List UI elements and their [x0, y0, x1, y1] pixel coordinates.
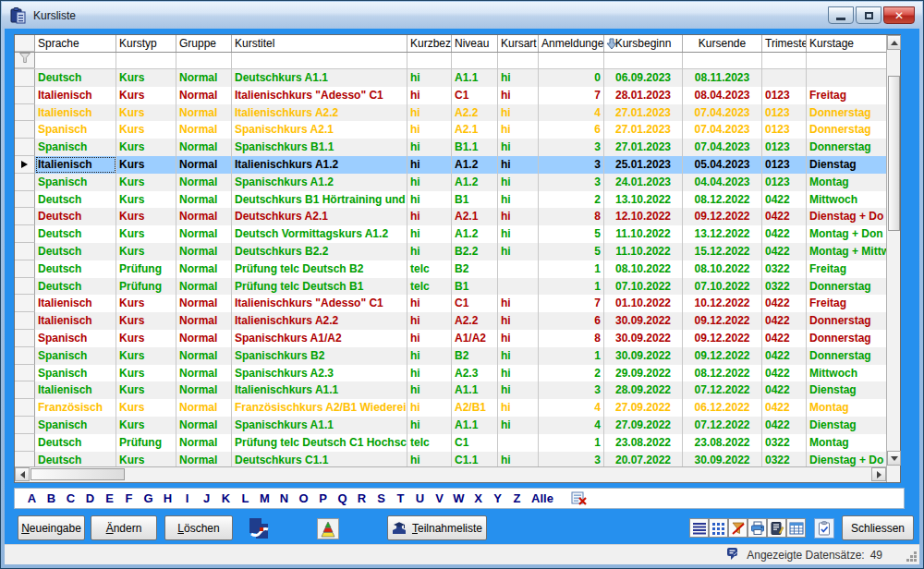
cell-trimester[interactable]: 0123	[762, 104, 807, 122]
scroll-down-button[interactable]	[887, 451, 901, 466]
cell-kurstitel[interactable]: Spanischkurs A2.3	[232, 365, 407, 382]
row-header-cell[interactable]	[15, 87, 35, 104]
table-row[interactable]: DeutschKursNormalDeutschkurs C1.1hiC1.1h…	[15, 452, 886, 467]
report-button[interactable]	[767, 518, 786, 538]
cell-kurstage[interactable]: Dienstag	[807, 417, 886, 434]
list-view-button[interactable]	[689, 518, 709, 538]
cell-kurstyp[interactable]: Kurs	[116, 312, 176, 330]
cell-kursende[interactable]: 06.12.2022	[683, 399, 762, 417]
cell-kursbeginn[interactable]: 12.10.2022	[604, 208, 683, 225]
grid-filter-row[interactable]	[15, 53, 886, 69]
cell-kurstyp[interactable]: Kurs	[116, 174, 176, 191]
cell-kurstitel[interactable]: Prüfung telc Deutsch B1	[232, 278, 407, 296]
cell-kurzbez[interactable]: hi	[407, 417, 452, 434]
cell-anmeldungen[interactable]: 5	[539, 243, 604, 260]
cell-kurzbez[interactable]: hi	[407, 347, 452, 365]
cell-kursart[interactable]: hi	[498, 417, 539, 434]
cell-gruppe[interactable]: Normal	[176, 139, 232, 156]
cell-niveau[interactable]: B2	[452, 260, 498, 278]
table-row[interactable]: SpanischKursNormalSpanischkurs B2hiB2hi1…	[15, 347, 886, 365]
letter-w[interactable]: W	[449, 491, 468, 505]
column-header-kurstyp[interactable]: Kurstyp	[116, 35, 176, 52]
cell-kurstitel[interactable]: Italienischkurs A1.2	[232, 156, 407, 174]
column-header-niveau[interactable]: Niveau	[452, 35, 498, 52]
cell-kursbeginn[interactable]: 11.10.2022	[604, 225, 683, 243]
cell-niveau[interactable]: C1	[452, 295, 498, 312]
cell-kursende[interactable]: 08.11.2023	[683, 69, 762, 87]
cell-kursende[interactable]: 30.09.2022	[683, 452, 762, 467]
cell-kurzbez[interactable]: hi	[407, 381, 452, 399]
cell-trimester[interactable]: 0123	[762, 139, 807, 156]
letter-a[interactable]: A	[22, 491, 42, 505]
cell-kursbeginn[interactable]: 13.10.2022	[604, 191, 683, 209]
letter-y[interactable]: Y	[488, 491, 507, 505]
cell-kursbeginn[interactable]: 30.09.2022	[604, 330, 683, 347]
cell-niveau[interactable]: A2.3	[452, 365, 498, 382]
cell-kursbeginn[interactable]: 08.10.2022	[604, 260, 683, 278]
cell-kurstyp[interactable]: Prüfung	[116, 434, 176, 452]
cell-gruppe[interactable]: Normal	[176, 278, 232, 296]
row-header-cell[interactable]	[15, 104, 35, 122]
cell-kursart[interactable]	[498, 260, 539, 278]
column-header-sprache[interactable]: Sprache	[35, 35, 116, 52]
column-header-anmeldungen[interactable]: Anmeldunge	[539, 35, 604, 52]
cell-kursbeginn[interactable]: 27.01.2023	[604, 121, 683, 139]
titlebar[interactable]: Kursliste ✕	[2, 2, 922, 29]
cell-kurstage[interactable]: Montag	[807, 434, 886, 452]
filter-cell[interactable]	[232, 53, 407, 68]
letter-n[interactable]: N	[274, 491, 294, 505]
cell-kurzbez[interactable]: hi	[407, 191, 452, 209]
cell-kurstitel[interactable]: Französischkurs A2/B1 Wiederei	[232, 399, 407, 417]
cell-kursende[interactable]: 23.08.2022	[683, 434, 762, 452]
cell-kursende[interactable]: 07.04.2023	[683, 121, 762, 139]
cell-gruppe[interactable]: Normal	[176, 399, 232, 417]
cell-kursende[interactable]: 09.12.2022	[683, 208, 762, 225]
cell-kurstyp[interactable]: Kurs	[116, 452, 176, 467]
cell-kursende[interactable]: 10.12.2022	[683, 295, 762, 312]
cell-kursart[interactable]: hi	[498, 365, 539, 382]
cell-anmeldungen[interactable]: 2	[539, 191, 604, 209]
cell-kursende[interactable]: 07.12.2022	[683, 417, 762, 434]
cell-kurstage[interactable]: Mittwoch	[807, 365, 886, 382]
cell-kursende[interactable]: 09.12.2022	[683, 347, 762, 365]
cell-kursende[interactable]: 04.04.2023	[683, 174, 762, 191]
cell-gruppe[interactable]: Normal	[176, 330, 232, 347]
cell-niveau[interactable]: A2.1	[452, 208, 498, 225]
cell-kurzbez[interactable]: hi	[407, 87, 452, 104]
cell-kursende[interactable]: 08.12.2022	[683, 191, 762, 209]
row-header-cell[interactable]	[15, 295, 35, 312]
cell-kurzbez[interactable]: hi	[407, 121, 452, 139]
cell-kurstyp[interactable]: Kurs	[116, 347, 176, 365]
cell-kurzbez[interactable]: hi	[407, 243, 452, 260]
cell-kurstitel[interactable]: Prüfung telc Deutsch C1 Hochsc	[232, 434, 407, 452]
cell-kurstyp[interactable]: Kurs	[116, 121, 176, 139]
cell-kurstage[interactable]: Donnerstag	[807, 121, 886, 139]
cell-kursende[interactable]: 08.04.2023	[683, 87, 762, 104]
cell-kursbeginn[interactable]: 28.09.2022	[604, 381, 683, 399]
row-header-cell[interactable]	[15, 312, 35, 330]
cell-niveau[interactable]: A1/A2	[452, 330, 498, 347]
cell-anmeldungen[interactable]: 6	[539, 121, 604, 139]
cell-kursbeginn[interactable]: 27.09.2022	[604, 399, 683, 417]
cell-kurstitel[interactable]: Deutschkurs A1.1	[232, 69, 407, 87]
letter-b[interactable]: B	[42, 491, 61, 505]
cell-kurstage[interactable]: Mittwoch	[807, 191, 886, 209]
cell-kurstage[interactable]: Dienstag + Do	[807, 208, 886, 225]
table-row[interactable]: DeutschPrüfungNormalPrüfung telc Deutsch…	[15, 278, 886, 296]
filter-cell[interactable]	[762, 53, 807, 68]
cell-kurstage[interactable]: Donnerstag	[807, 312, 886, 330]
cell-kurzbez[interactable]: hi	[407, 69, 452, 87]
scroll-right-button[interactable]	[871, 467, 886, 481]
cell-kurstitel[interactable]: Deutschkurs A2.1	[232, 208, 407, 225]
cell-kurstyp[interactable]: Kurs	[116, 191, 176, 209]
cell-niveau[interactable]: B2.2	[452, 243, 498, 260]
cell-kurstitel[interactable]: Spanischkurs B2	[232, 347, 407, 365]
letter-e[interactable]: E	[100, 491, 119, 505]
cell-kurstitel[interactable]: Italienischkurs A2.2	[232, 312, 407, 330]
cell-kursende[interactable]: 07.04.2023	[683, 139, 762, 156]
cell-sprache[interactable]: Deutsch	[35, 452, 116, 467]
cell-kurstyp[interactable]: Prüfung	[116, 278, 176, 296]
cell-gruppe[interactable]: Normal	[176, 69, 232, 87]
cell-kurstitel[interactable]: Spanischkurs A1.2	[232, 174, 407, 191]
table-row[interactable]: ItalienischKursNormalItalienischkurs A2.…	[15, 104, 886, 122]
